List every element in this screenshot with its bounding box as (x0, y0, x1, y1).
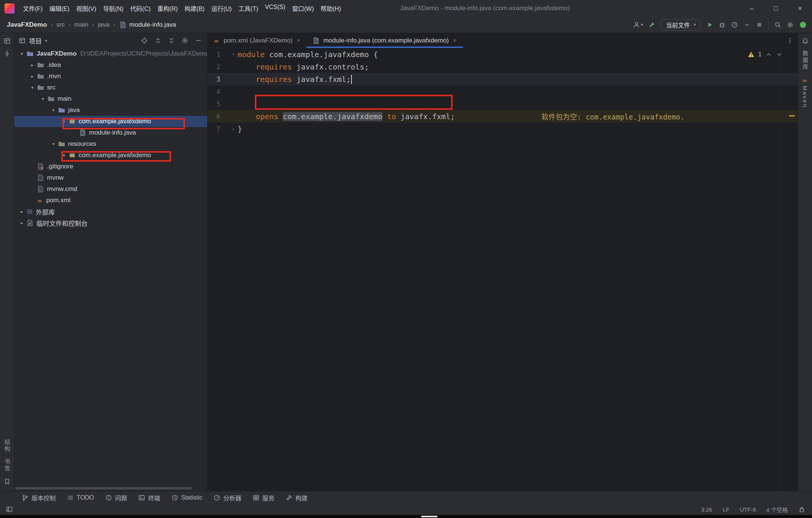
line-number[interactable]: 6 (208, 113, 229, 120)
menu-v[interactable]: 视图(V) (73, 2, 99, 15)
tree-item-gitignore-10[interactable]: .gitignore (14, 161, 207, 172)
settings-button[interactable] (182, 37, 188, 44)
tree-horizontal-scrollbar[interactable] (15, 487, 192, 489)
breadcrumb-item-src[interactable]: src (56, 21, 65, 29)
menu-b[interactable]: 构建(B) (182, 2, 208, 15)
tree-item-javafxdemo-0[interactable]: ▾JavaFXDemoD:\IDEAProjects\JCNCProjects\… (14, 48, 207, 59)
line-number[interactable]: 5 (208, 100, 229, 108)
close-button[interactable]: × (788, 0, 812, 17)
line-separator-widget[interactable]: LF (723, 506, 729, 513)
minimize-button[interactable]: – (740, 0, 764, 17)
tree-item-java-5[interactable]: ▾java (14, 105, 207, 116)
tool-window-button-todo[interactable]: TODO (67, 494, 94, 501)
settings-button[interactable] (787, 21, 794, 28)
locate-button[interactable] (141, 37, 148, 44)
tool-window-button-0[interactable]: 版本控制 (22, 493, 56, 502)
tool-window-button-7[interactable]: 构建 (286, 493, 308, 502)
tree-item-mvnw-11[interactable]: mvnw (14, 172, 207, 183)
menu-r[interactable]: 重构(R) (155, 2, 181, 15)
tab-pom-xml-javafxdemo[interactable]: mpom.xml (JavaFXDemo)× (208, 33, 306, 48)
tree-item-main-4[interactable]: ▾main (14, 93, 207, 105)
tree-item-mvnw-cmd-12[interactable]: mvnw.cmd (14, 183, 207, 195)
code-line-7[interactable]: 7▴} (208, 123, 798, 135)
taskbar-pill[interactable] (421, 516, 438, 517)
code-editor[interactable]: 1▾module com.example.javafxdemo {2 requi… (208, 48, 798, 491)
code-line-6[interactable]: 6 opens com.example.javafxdemo to javafx… (208, 110, 798, 123)
menu-c[interactable]: 代码(C) (127, 2, 153, 15)
profiler-button[interactable] (731, 21, 738, 28)
breadcrumb-item-main[interactable]: main (74, 21, 88, 29)
chevron-down-icon[interactable]: ▾ (17, 51, 26, 56)
menu-f[interactable]: 文件(F) (20, 2, 45, 15)
debug-button[interactable] (719, 21, 726, 28)
indent-widget[interactable]: 4 个空格 (766, 506, 788, 513)
breadcrumb-item-module-info-java[interactable]: module-info.java (119, 21, 176, 29)
tool-bookmark-toggle-button[interactable] (4, 478, 11, 485)
fold-marker-up-icon[interactable]: ▴ (229, 126, 238, 131)
tree-item-15-15[interactable]: ▸临时文件和控制台 (14, 217, 207, 229)
chevron-down-icon[interactable]: ▾ (38, 96, 47, 101)
maximize-button[interactable]: □ (764, 0, 788, 17)
caret-position-widget[interactable]: 3:26 (701, 506, 712, 513)
breadcrumb-item-javafxdemo[interactable]: JavaFXDemo (7, 21, 47, 29)
chevron-right-icon[interactable]: ▸ (17, 209, 26, 214)
chevron-down-icon[interactable]: ▾ (28, 85, 37, 90)
encoding-widget[interactable]: UTF-8 (740, 506, 756, 513)
tree-item-14-14[interactable]: ▸外部库 (14, 206, 207, 217)
tool-window-button-3[interactable]: 终端 (138, 493, 160, 502)
tool-structure-button[interactable]: 结构 (4, 439, 10, 453)
project-panel-title[interactable]: 项目 (29, 36, 42, 45)
expand-all-button[interactable] (155, 37, 161, 44)
hide-button[interactable] (195, 37, 202, 44)
tree-item-idea-1[interactable]: ▸.idea (14, 59, 207, 71)
line-number[interactable]: 2 (208, 63, 229, 71)
tool-commit-button[interactable] (4, 50, 11, 57)
line-number[interactable]: 4 (208, 88, 229, 95)
tree-item-src-3[interactable]: ▾src (14, 82, 207, 93)
plugin-button[interactable] (799, 21, 807, 29)
tree-item-com-example-javafxdemo-9[interactable]: ▾com.example.javafxdemo (14, 150, 207, 161)
search-everywhere-button[interactable] (774, 21, 781, 28)
tree-item-com-example-javafxdemo-6[interactable]: ▾com.example.javafxdemo (14, 116, 207, 127)
chevron-right-icon[interactable]: ▸ (28, 74, 37, 79)
collapse-all-button[interactable] (168, 37, 175, 44)
run-config-selector-dropdown[interactable]: 当前文件▾ (661, 19, 701, 30)
chevron-down-icon[interactable]: ▾ (49, 108, 58, 113)
next-problem-button[interactable] (776, 51, 783, 58)
code-line-5[interactable]: 5 (208, 98, 798, 110)
close-icon[interactable]: × (297, 37, 300, 44)
layout-widget-button[interactable] (6, 506, 13, 513)
build-project-button[interactable] (648, 21, 655, 28)
tool-window-button-5[interactable]: 分析器 (214, 493, 241, 502)
chevron-right-icon[interactable]: ▸ (28, 62, 37, 68)
tool-maven-button[interactable]: mMaven (802, 77, 809, 108)
fold-marker-down-icon[interactable]: ▾ (229, 52, 238, 57)
tool-bookmarks-button[interactable]: 书签 (4, 459, 10, 472)
code-line-1[interactable]: 1▾module com.example.javafxdemo { (208, 48, 798, 61)
menu-e[interactable]: 编辑(E) (46, 2, 72, 15)
menu-h[interactable]: 帮助(H) (318, 2, 344, 15)
close-icon[interactable]: × (453, 37, 457, 44)
tool-notifications-button[interactable] (802, 38, 809, 44)
chevron-right-icon[interactable]: ▸ (17, 220, 26, 226)
chevron-down-icon[interactable]: ▾ (59, 119, 68, 124)
tab-options-button[interactable] (782, 33, 798, 48)
run-button[interactable] (706, 21, 713, 28)
tree-item-pom-xml-13[interactable]: mpom.xml (14, 195, 207, 206)
breadcrumb-item-java[interactable]: java (98, 21, 109, 29)
code-line-4[interactable]: 4 (208, 85, 798, 98)
tree-item-mvn-2[interactable]: ▸.mvn (14, 71, 207, 82)
code-line-3[interactable]: 3 requires javafx.fxml; (208, 73, 798, 85)
menu-t[interactable]: 工具(T) (235, 2, 261, 15)
menu-vcs-s[interactable]: VCS(S) (262, 2, 288, 15)
menu-n[interactable]: 导航(N) (100, 2, 126, 15)
tree-item-module-info-java-7[interactable]: module-info.java (14, 127, 207, 138)
tool-database-button[interactable]: 数据库 (802, 50, 808, 71)
tab-module-info-java-com-example-javafxdemo[interactable]: module-info.java (com.example.javafxdemo… (306, 33, 462, 48)
tool-window-button-statistic[interactable]: Statistic (171, 494, 202, 501)
chevron-down-icon[interactable]: ▾ (59, 153, 68, 158)
tool-window-button-2[interactable]: 问题 (105, 493, 127, 502)
previous-problem-button[interactable] (765, 51, 772, 58)
user-profile-button[interactable]: ▾ (633, 21, 643, 28)
line-number[interactable]: 7 (208, 125, 229, 133)
